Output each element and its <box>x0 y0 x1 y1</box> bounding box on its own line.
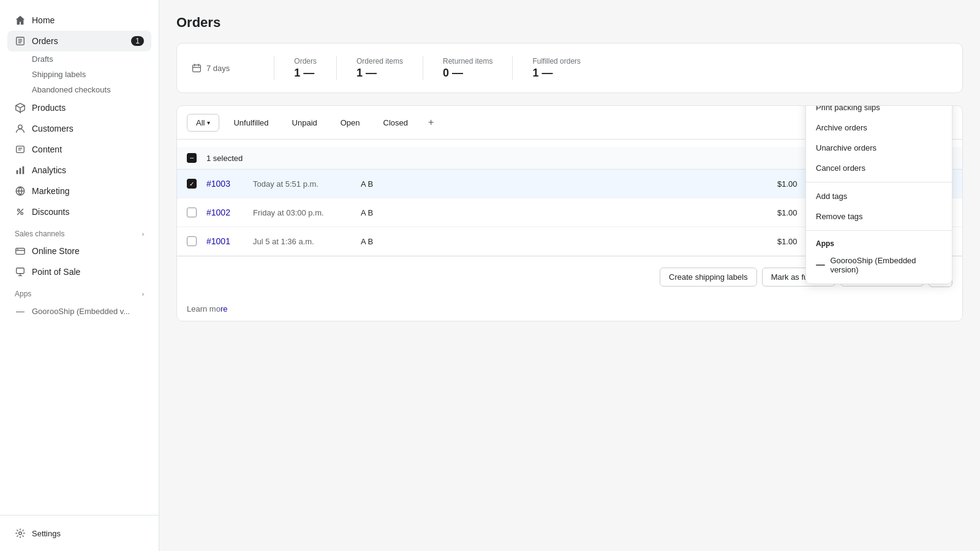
filter-open-button[interactable]: Open <box>331 114 369 132</box>
learn-more-area: Learn more <box>177 297 962 321</box>
dropdown-apps-label: Apps <box>806 234 952 250</box>
chevron-down-icon: ▾ <box>207 119 210 126</box>
summary-returned-items: Returned items 0 — <box>443 57 492 80</box>
row-2-date: Friday at 03:00 p.m. <box>253 208 351 217</box>
summary-card: 7 days Orders 1 — Ordered items 1 — Retu… <box>176 43 963 93</box>
apps-chevron: › <box>142 291 144 298</box>
svg-point-8 <box>21 212 23 215</box>
filter-add-button[interactable]: + <box>422 113 440 132</box>
learn-more-link[interactable]: re <box>221 304 228 313</box>
svg-rect-3 <box>17 170 18 174</box>
row-3-checkbox[interactable] <box>187 236 197 246</box>
settings-icon <box>15 528 26 539</box>
sidebar-discounts-label: Discounts <box>32 207 69 217</box>
row-3-date: Jul 5 at 1:36 a.m. <box>253 237 351 246</box>
analytics-icon <box>15 165 26 176</box>
svg-rect-5 <box>23 167 24 174</box>
summary-ordered-items: Ordered items 1 — <box>356 57 403 80</box>
summary-orders: Orders 1 — <box>294 57 317 80</box>
sidebar: Home Orders 1 Drafts Shipping labels Aba… <box>0 0 159 551</box>
sidebar-item-products[interactable]: Products <box>7 97 151 118</box>
sidebar-footer: Settings <box>0 515 159 551</box>
filter-closed-button[interactable]: Closed <box>374 114 417 132</box>
dropdown-goorooship-app[interactable]: GoorooShip (Embedded version) <box>806 250 952 280</box>
main-content: Orders 7 days Orders 1 — Ordered items 1… <box>159 0 980 551</box>
sidebar-item-analytics[interactable]: Analytics <box>7 160 151 181</box>
sidebar-online-store-label: Online Store <box>32 246 80 256</box>
orders-table: All ▾ Unfulfilled Unpaid Open Closed + 1… <box>176 105 963 321</box>
svg-rect-13 <box>193 65 201 72</box>
row-2-checkbox[interactable] <box>187 208 197 217</box>
dropdown-archive-orders[interactable]: Archive orders <box>806 118 952 138</box>
svg-point-1 <box>18 125 22 129</box>
sidebar-content-label: Content <box>32 144 62 154</box>
row-1-total: $1.00 <box>755 179 797 189</box>
orders-badge: 1 <box>131 36 144 46</box>
row-3-customer: A B <box>361 237 410 246</box>
sidebar-item-discounts[interactable]: Discounts <box>7 201 151 222</box>
summary-divider-3 <box>423 56 423 80</box>
marketing-icon <box>15 186 26 197</box>
selected-count: 1 selected <box>206 154 243 163</box>
page-title: Orders <box>176 15 963 31</box>
sidebar-item-drafts[interactable]: Drafts <box>7 51 151 67</box>
sidebar-item-shipping-labels[interactable]: Shipping labels <box>7 67 151 82</box>
sidebar-products-label: Products <box>32 103 66 113</box>
dropdown-divider-3 <box>806 230 952 231</box>
row-2-order-id: #1002 <box>206 208 243 217</box>
select-all-checkbox[interactable] <box>187 153 197 163</box>
summary-fulfilled-orders: Fulfilled orders 1 — <box>532 57 581 80</box>
row-2-total: $1.00 <box>755 208 797 217</box>
sidebar-orders-label: Orders <box>32 36 58 46</box>
summary-divider-2 <box>336 56 337 80</box>
sidebar-item-abandoned-checkouts[interactable]: Abandoned checkouts <box>7 82 151 97</box>
row-1-customer: A B <box>361 179 410 189</box>
row-3-total: $1.00 <box>755 237 797 246</box>
sidebar-item-home[interactable]: Home <box>7 10 151 31</box>
svg-point-12 <box>19 532 22 535</box>
goorooship-app-icon <box>816 264 825 266</box>
summary-divider-4 <box>512 56 513 80</box>
svg-point-7 <box>18 209 20 212</box>
create-shipping-labels-button[interactable]: Create shipping labels <box>660 268 757 287</box>
orders-icon <box>15 36 26 47</box>
sidebar-marketing-label: Marketing <box>32 186 69 196</box>
svg-rect-4 <box>20 168 21 174</box>
svg-point-10 <box>17 249 18 250</box>
summary-divider-1 <box>274 56 274 80</box>
filter-unfulfilled-button[interactable]: Unfulfilled <box>224 114 277 132</box>
filter-all-button[interactable]: All ▾ <box>187 114 219 132</box>
sales-channels-section: Sales channels › <box>7 222 151 241</box>
row-1-date: Today at 5:51 p.m. <box>253 179 351 189</box>
sidebar-item-point-of-sale[interactable]: Point of Sale <box>7 261 151 282</box>
svg-rect-9 <box>16 249 24 255</box>
content-icon <box>15 144 26 155</box>
dropdown-divider-2 <box>806 182 952 182</box>
summary-period: 7 days <box>192 63 230 73</box>
sidebar-item-marketing[interactable]: Marketing <box>7 181 151 201</box>
online-store-icon <box>15 246 26 257</box>
more-actions-dropdown: Request fulfillment Cancel fulfillment r… <box>805 105 952 284</box>
home-icon <box>15 15 26 26</box>
sidebar-item-orders[interactable]: Orders 1 <box>7 31 151 51</box>
row-3-order-id: #1001 <box>206 236 243 246</box>
row-1-checkbox[interactable] <box>187 179 197 189</box>
apps-section: Apps › <box>7 282 151 301</box>
sidebar-item-online-store[interactable]: Online Store <box>7 241 151 261</box>
dropdown-remove-tags[interactable]: Remove tags <box>806 206 952 227</box>
dropdown-unarchive-orders[interactable]: Unarchive orders <box>806 138 952 158</box>
discounts-icon <box>15 206 26 217</box>
dropdown-cancel-orders[interactable]: Cancel orders <box>806 158 952 178</box>
svg-rect-2 <box>17 146 24 153</box>
sidebar-item-goorooship[interactable]: — GoorooShip (Embedded v... <box>7 301 151 321</box>
dropdown-add-tags[interactable]: Add tags <box>806 186 952 206</box>
sidebar-item-content[interactable]: Content <box>7 139 151 160</box>
products-icon <box>15 102 26 113</box>
point-of-sale-icon <box>15 266 26 277</box>
sidebar-item-settings[interactable]: Settings <box>7 523 151 544</box>
sidebar-item-customers[interactable]: Customers <box>7 118 151 139</box>
row-1-order-id: #1003 <box>206 179 243 189</box>
dropdown-print-packing-slips[interactable]: Print packing slips <box>806 105 952 118</box>
svg-rect-11 <box>17 268 24 274</box>
filter-unpaid-button[interactable]: Unpaid <box>283 114 326 132</box>
